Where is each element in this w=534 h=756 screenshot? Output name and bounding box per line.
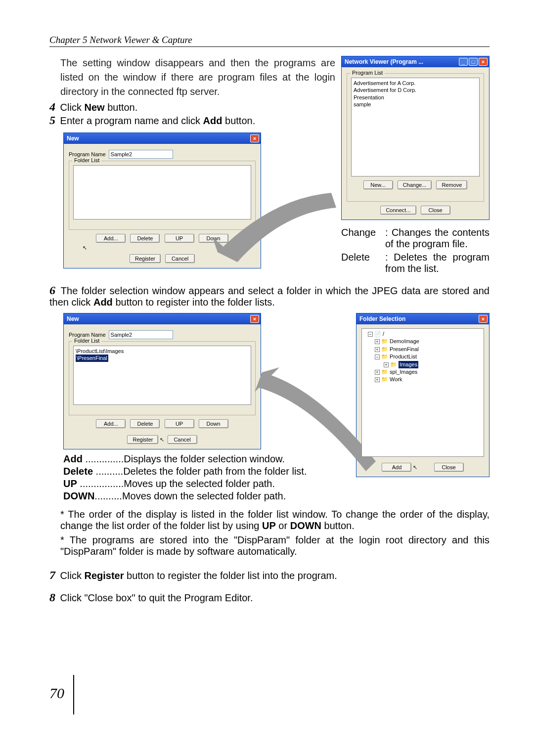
step7-bold: Register: [84, 570, 124, 581]
note-2: * The programs are stored into the "Disp…: [60, 534, 490, 557]
folder-icon: 📁: [381, 369, 388, 375]
tree-item[interactable]: Work: [390, 376, 402, 382]
bullet-up-val: Moves up the selected folder path.: [124, 478, 275, 489]
bullet-del-key: Delete: [63, 466, 93, 477]
cancel-button[interactable]: Cancel: [168, 435, 197, 444]
list-item[interactable]: Advertisement for D Corp.: [354, 87, 477, 93]
cursor-icon: ↖: [413, 464, 417, 470]
program-listbox[interactable]: Advertisement for A Corp. Advertisement …: [351, 78, 480, 177]
viewer-title: Network Viewer (Program ...: [345, 58, 423, 65]
step6-post: button to register into the folder lists…: [113, 297, 275, 308]
remove-button[interactable]: Remove: [436, 180, 467, 189]
cursor-icon: ↖: [83, 245, 269, 251]
desc-change-key: Change: [341, 227, 383, 250]
step-number-8: 8: [49, 591, 55, 604]
desc-delete-key: Delete: [341, 252, 383, 274]
new-dialog-title-2: New: [67, 315, 79, 322]
folder-list-legend: Folder List: [72, 157, 101, 163]
new-dialog-title: New: [67, 135, 79, 142]
add-button[interactable]: Add...: [96, 234, 126, 243]
bullet-dn-key: DOWN: [63, 490, 94, 501]
step6-bold: Add: [93, 297, 113, 308]
close-icon[interactable]: ×: [250, 134, 259, 142]
tree-item-selected[interactable]: Images: [399, 361, 418, 368]
folder-close-button[interactable]: Close: [434, 463, 464, 472]
tree-item[interactable]: DemoImage: [390, 338, 419, 344]
page-number: 70: [49, 685, 64, 702]
bullet-up-dots: ................: [77, 478, 124, 489]
folder-listbox-empty[interactable]: [73, 165, 251, 220]
cursor-icon: ↖: [160, 437, 164, 443]
new-button[interactable]: New...: [363, 180, 393, 189]
desc-delete-val: : Deletes the program from the list.: [385, 252, 490, 274]
connect-button[interactable]: Connect...: [380, 206, 416, 215]
tree-item[interactable]: ProductList: [390, 354, 417, 359]
step7-post: button to register the folder list into …: [124, 570, 337, 581]
new-dialog-1: New × Program Name Folder List: [63, 133, 261, 268]
folder-add-button[interactable]: Add: [382, 463, 411, 472]
tree-root[interactable]: /: [383, 331, 384, 337]
change-button[interactable]: Change...: [398, 180, 432, 189]
folder-selection-title: Folder Selection: [359, 315, 405, 322]
minimize-icon[interactable]: _: [459, 58, 468, 66]
list-item[interactable]: Advertisement for A Corp.: [354, 80, 477, 87]
step5-bold: Add: [203, 115, 222, 126]
folder-listbox[interactable]: \ProductList\Images \PresenFinal: [73, 346, 251, 405]
list-item-selected[interactable]: \PresenFinal: [76, 355, 108, 361]
bullet-del-val: Deletes the folder path from the folder …: [123, 466, 307, 477]
delete-button[interactable]: Delete: [130, 419, 160, 428]
step5-post: button.: [222, 115, 255, 126]
bullet-dn-dots: ..........: [94, 490, 122, 501]
tree-expand-icon[interactable]: +: [384, 362, 389, 367]
folder-icon: 📄: [374, 331, 381, 337]
folder-tree[interactable]: −📄 / +📁 DemoImage +📁 PresenFinal −📁 Prod…: [361, 328, 484, 457]
maximize-icon[interactable]: □: [469, 58, 478, 66]
down-button[interactable]: Down: [199, 419, 228, 428]
step8-text: Click "Close box" to quit the Program Ed…: [60, 592, 253, 603]
folder-icon: 📁: [381, 346, 388, 352]
step7-pre: Click: [60, 570, 85, 581]
list-item[interactable]: \ProductList\Images: [76, 348, 249, 355]
close-button[interactable]: Close: [421, 206, 450, 215]
tree-item[interactable]: PresenFinal: [390, 346, 419, 352]
tree-expand-icon[interactable]: +: [375, 377, 380, 382]
folder-icon: 📁: [381, 338, 388, 344]
desc-change-val: : Changes the contents of the program fi…: [385, 227, 490, 250]
program-name-label-2: Program Name: [69, 332, 106, 338]
bullet-del-dots: ..........: [93, 466, 123, 477]
note-1: * The order of the display is listed in …: [60, 509, 490, 532]
bullet-add-val: Displays the folder selection window.: [124, 453, 285, 464]
up-button[interactable]: UP: [165, 234, 194, 243]
cancel-button[interactable]: Cancel: [165, 254, 195, 263]
intro-paragraph: The setting window disappears and then t…: [49, 56, 335, 99]
bullet-up-key: UP: [63, 478, 77, 489]
delete-button[interactable]: Delete: [130, 234, 160, 243]
down-button[interactable]: Down: [199, 234, 228, 243]
step4-bold: New: [84, 102, 104, 113]
folder-icon: 📁: [390, 361, 397, 367]
close-icon[interactable]: ×: [479, 315, 488, 323]
folder-selection-dialog: Folder Selection × −📄 / +📁 DemoImage +📁 …: [356, 313, 490, 477]
close-icon[interactable]: ×: [479, 58, 488, 66]
program-name-input[interactable]: [109, 150, 173, 159]
list-item[interactable]: sample: [354, 101, 477, 108]
tree-expand-icon[interactable]: +: [375, 347, 380, 352]
program-name-input-2[interactable]: [109, 330, 173, 339]
tree-item[interactable]: spl_Images: [390, 369, 417, 375]
tree-collapse-icon[interactable]: −: [368, 332, 373, 337]
list-item[interactable]: Presentation: [354, 94, 477, 101]
step-number-6: 6: [49, 284, 55, 297]
tree-collapse-icon[interactable]: −: [375, 355, 380, 359]
close-icon[interactable]: ×: [250, 315, 259, 323]
up-button[interactable]: UP: [165, 419, 194, 428]
add-button[interactable]: Add...: [96, 419, 126, 428]
step-number-5: 5: [49, 114, 55, 127]
chapter-heading: Chapter 5 Network Viewer & Capture: [49, 35, 490, 47]
folder-icon: 📁: [381, 354, 388, 359]
register-button[interactable]: Register: [130, 254, 161, 263]
step4-post: button.: [105, 102, 138, 113]
bullet-add-key: Add: [63, 453, 83, 464]
tree-expand-icon[interactable]: +: [375, 370, 380, 375]
tree-expand-icon[interactable]: +: [375, 339, 380, 344]
register-button[interactable]: Register: [127, 435, 158, 444]
